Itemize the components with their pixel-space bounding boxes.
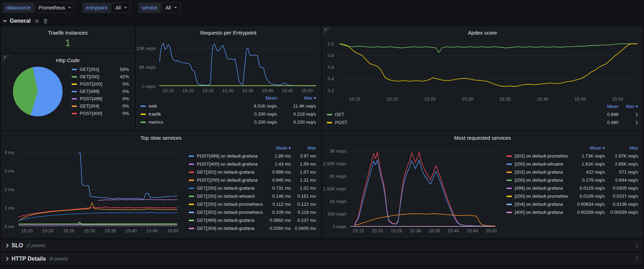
svg-text:15:30: 15:30 <box>462 96 473 102</box>
panel-title[interactable]: Top slow services <box>141 135 182 141</box>
legend-sort-max[interactable]: Max <box>605 145 638 151</box>
svg-text:0.8: 0.8 <box>328 53 334 58</box>
legend-series-label[interactable]: GET[302] on default-prometheus <box>189 210 264 215</box>
legend-series-label[interactable]: GET[302] <box>72 67 114 72</box>
legend-series-label[interactable]: POST[200] <box>72 81 114 87</box>
legend-value: 42% <box>114 74 129 79</box>
svg-text:15:15: 15:15 <box>349 96 360 102</box>
legend-series-label[interactable]: web <box>141 103 238 109</box>
panel-title[interactable]: Http Code <box>56 57 80 63</box>
legend-series-label[interactable]: GET[499] on default-grafana <box>189 218 264 223</box>
legend-row: POST[200] on default-grafana0.945 ms1.31… <box>189 176 316 184</box>
variable-service: service All <box>138 2 181 13</box>
row-http-details-title: HTTP Details <box>12 256 46 262</box>
legend-sort-max[interactable]: Max <box>291 145 316 151</box>
legend-row: [200] on default-grafana0.279 req/s0.644… <box>507 176 638 184</box>
row-general-title[interactable]: General <box>10 18 31 24</box>
panel-requests-per-entrypoint: Requests per Entrypoint 0 req/s5K req/s1… <box>136 27 321 130</box>
legend-series-label[interactable]: POST <box>327 120 587 125</box>
legend-series-label[interactable]: GET[499] <box>72 89 114 94</box>
row-slo[interactable]: SLO (2 panels) <box>1 240 643 251</box>
svg-text:1K req/s: 1K req/s <box>330 199 347 204</box>
svg-text:5K req/s: 5K req/s <box>139 65 156 70</box>
legend-value: 0.109 ms <box>264 210 291 215</box>
legend-series-label[interactable]: POST[400] on default-grafana <box>189 161 264 167</box>
panel-title[interactable]: Traefik Instances <box>48 30 88 36</box>
panel-title[interactable]: Most requested services <box>454 135 511 141</box>
legend-sort-max[interactable]: Max ▾ <box>277 95 316 101</box>
legend-row: POST[499] on default-grafana1.89 ms3.97 … <box>189 152 316 160</box>
legend-series-label[interactable]: GET[200] on default-prometheus <box>189 202 264 207</box>
svg-text:500 req/s: 500 req/s <box>328 211 347 217</box>
legend-series-label[interactable]: [200] on default-grafana <box>507 177 568 183</box>
legend-row: [200] on default-prometheus0.0109 req/s0… <box>507 192 638 200</box>
legend-series-label[interactable]: [302] on default-grafana <box>507 169 568 175</box>
row-settings-button[interactable] <box>34 19 40 24</box>
svg-text:3 ms: 3 ms <box>5 168 15 174</box>
legend-series-label[interactable]: [400] on default-grafana <box>507 210 568 215</box>
panel-info-icon[interactable]: i <box>323 27 332 36</box>
legend-series-label[interactable]: GET[304] <box>72 103 114 109</box>
svg-text:15:50: 15:50 <box>301 88 313 93</box>
svg-text:15:20: 15:20 <box>387 96 398 102</box>
apdex-chart[interactable]: 0.20.40.60.81.015:1515:2015:2515:3015:35… <box>323 38 642 102</box>
legend-series-label[interactable]: GET[200] on default-whoami <box>189 194 264 199</box>
legend-row: [499] on default-grafana0.0129 req/s0.03… <box>507 184 638 192</box>
legend-series-label[interactable]: [302] on default-prometheus <box>507 153 568 159</box>
legend-value: 0.0237 req/s <box>605 194 638 199</box>
svg-text:15:40: 15:40 <box>448 228 459 233</box>
legend-value: 0.0129 req/s <box>568 186 605 191</box>
legend-row: POST[400]0% <box>72 110 129 117</box>
row-delete-button[interactable] <box>43 19 48 24</box>
legend-value: 0.200 req/s <box>238 119 277 125</box>
panel-title[interactable]: Requests per Entrypoint <box>200 30 257 36</box>
series-color-swatch <box>189 188 194 189</box>
variable-entrypoint-value[interactable]: All <box>112 2 131 13</box>
variable-service-value[interactable]: All <box>162 2 181 13</box>
legend-series-label[interactable]: POST[200] on default-grafana <box>189 177 264 183</box>
variable-datasource-value[interactable]: Prometheus <box>35 2 74 13</box>
legend-series-label[interactable]: GET[302] on default-grafana <box>189 169 264 175</box>
legend-row: GET[200] on default-grafana0.731 ms1.02 … <box>189 184 316 192</box>
svg-text:15:30: 15:30 <box>84 228 95 233</box>
legend-sort-max[interactable]: Max ▾ <box>618 104 638 109</box>
panel-info-icon[interactable]: i <box>2 54 11 64</box>
series-color-swatch <box>141 122 146 123</box>
series-color-swatch <box>507 155 512 157</box>
series-color-swatch <box>72 98 77 100</box>
most-requested-chart[interactable]: 0 req/s500 req/s1K req/s1.50K req/s2K re… <box>323 143 502 234</box>
legend-value: 0.946 <box>587 112 618 117</box>
row-drag-handle[interactable] <box>635 256 639 262</box>
legend-sort-mean[interactable]: Mean <box>587 104 618 109</box>
legend-series-label[interactable]: GET[304] on default-grafana <box>189 226 264 231</box>
requests-chart[interactable]: 0 req/s5K req/s10K req/s15:1515:2015:251… <box>136 38 320 94</box>
legend-sort-mean[interactable]: Mean ▾ <box>264 145 291 151</box>
legend-series-label[interactable]: POST[400] <box>72 111 114 116</box>
legend-row: GET[302] on default-prometheus0.109 ms0.… <box>189 208 316 216</box>
legend-series-label[interactable]: [200] on default-whoami <box>507 161 568 167</box>
legend-series-label[interactable]: [304] on default-grafana <box>507 202 568 207</box>
row-http-details[interactable]: HTTP Details (6 panels) <box>1 254 643 264</box>
legend-series-label[interactable]: GET[200] on default-grafana <box>189 186 264 191</box>
svg-text:15:50: 15:50 <box>167 228 179 233</box>
legend-series-label[interactable]: POST[499] on default-grafana <box>189 153 264 159</box>
row-drag-handle[interactable] <box>635 243 639 248</box>
legend-value: 1.07 ms <box>291 169 316 175</box>
legend-series-label[interactable]: [200] on default-prometheus <box>507 194 568 199</box>
legend-sort-mean[interactable]: Mean ▾ <box>568 145 605 151</box>
legend-series-label[interactable]: metrics <box>141 119 238 125</box>
svg-text:0 req/s: 0 req/s <box>142 84 156 89</box>
series-color-swatch <box>189 180 194 181</box>
legend-series-label[interactable]: GET <box>327 112 587 117</box>
legend-sort-mean[interactable]: Mean <box>238 95 277 101</box>
svg-text:15:35: 15:35 <box>242 88 253 93</box>
svg-text:15:45: 15:45 <box>146 228 158 233</box>
legend-series-label[interactable]: [499] on default-grafana <box>507 186 568 191</box>
legend-value: 0.490 <box>587 120 618 125</box>
legend-series-label[interactable]: GET[200] <box>72 74 114 79</box>
svg-text:15:15: 15:15 <box>353 228 364 233</box>
legend-series-label[interactable]: POST[499] <box>72 96 114 101</box>
top-slow-chart[interactable]: 0 ms1 ms2 ms3 ms4 ms15:1515:2015:2515:30… <box>2 143 185 234</box>
legend-series-label[interactable]: traefik <box>141 111 238 117</box>
panel-title[interactable]: Apdex score <box>468 30 497 36</box>
